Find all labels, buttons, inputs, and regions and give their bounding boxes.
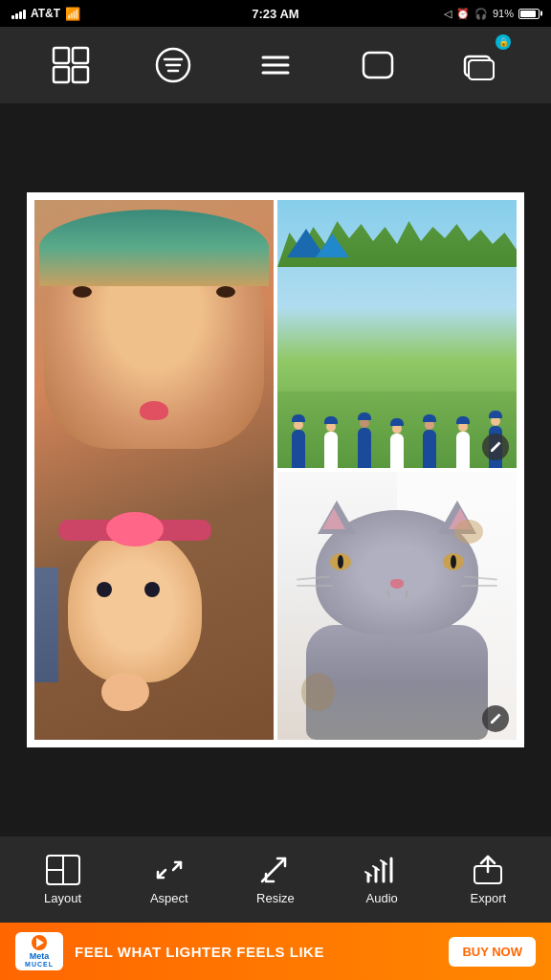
edit-badge-team[interactable] [482,434,509,460]
svg-rect-3 [73,67,88,82]
location-icon: ◁ [444,8,452,20]
ad-text: FEEL WHAT LIGHTER FEELS LIKE [75,944,437,960]
ad-banner[interactable]: Meta MUCEL FEEL WHAT LIGHTER FEELS LIKE … [0,923,551,980]
top-toolbar: 🔒 [0,27,551,103]
ad-cta-button[interactable]: BUY NOW [449,937,536,967]
svg-rect-1 [73,48,88,63]
lock-badge-dot: 🔒 [496,34,511,50]
menu-button[interactable] [249,38,302,92]
carrier-label: AT&T [31,7,60,20]
layout-label: Layout [44,891,81,905]
adjust-button[interactable] [146,38,200,92]
edit-badge-cat[interactable] [482,705,509,732]
photo-cat-cell[interactable] [277,472,517,740]
svg-rect-0 [54,48,69,63]
photo-team-cell[interactable] [277,200,517,468]
battery-percent: 91% [493,8,514,19]
signal-icon [11,8,26,19]
ad-logo: Meta MUCEL [15,932,63,970]
svg-rect-11 [364,53,392,78]
photo-mom-baby-cell[interactable] [34,200,274,740]
ad-logo-line1: Meta [30,952,50,961]
resize-label: Resize [256,891,295,905]
bottom-toolbar: Layout Aspect Resize Audio [0,836,551,923]
shape-button[interactable] [351,38,405,92]
export-label: Export [471,891,507,905]
audio-label: Audio [366,891,398,905]
ad-logo-line2: MUCEL [25,961,54,968]
status-left: AT&T 📶 [11,7,80,21]
battery-icon [518,9,540,19]
resize-button[interactable]: Resize [232,855,319,905]
svg-rect-2 [54,67,69,82]
layers-lock-button[interactable]: 🔒 [453,38,507,92]
canvas-area [0,103,551,836]
svg-rect-14 [469,60,494,79]
status-bar: AT&T 📶 7:23 AM ◁ ⏰ 🎧 91% [0,0,551,27]
headphones-icon: 🎧 [474,8,488,20]
audio-button[interactable]: Audio [339,855,425,905]
layout-button[interactable]: Layout [20,855,106,905]
aspect-button[interactable]: Aspect [126,855,212,905]
export-button[interactable]: Export [445,855,531,905]
status-time: 7:23 AM [252,7,298,21]
grid-layout-button[interactable] [44,38,98,92]
col-right [277,200,517,740]
status-right: ◁ ⏰ 🎧 91% [444,8,540,20]
aspect-label: Aspect [150,891,188,905]
wifi-icon: 📶 [65,7,80,21]
alarm-icon: ⏰ [456,8,470,20]
collage-frame [27,192,524,747]
